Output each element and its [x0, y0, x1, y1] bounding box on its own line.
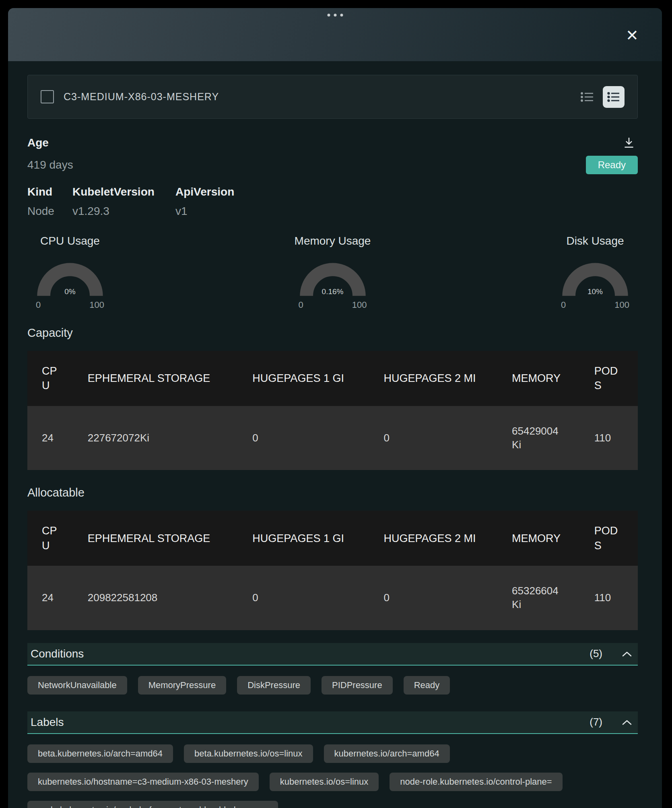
age-row: Age [27, 136, 638, 151]
label-chip: node-role.kubernetes.io/control-plane= [390, 773, 562, 791]
cpu-usage-gauge: CPU Usage 0% 0 100 [31, 235, 109, 310]
labels-title: Labels [31, 716, 64, 729]
allocatable-table: CPU EPHEMERAL STORAGE HUGEPAGES 1 GI HUG… [27, 511, 638, 630]
cell: 24 [27, 566, 73, 630]
capacity-table: CPU EPHEMERAL STORAGE HUGEPAGES 1 GI HUG… [27, 351, 638, 470]
gauge-min-label: 0 [299, 300, 303, 310]
meta-label: KubeletVersion [72, 186, 175, 198]
col-header: HUGEPAGES 1 GI [238, 511, 369, 566]
condition-chip: Ready [404, 676, 450, 695]
close-button[interactable]: ✕ [623, 27, 641, 44]
conditions-chips: NetworkUnavailable MemoryPressure DiskPr… [27, 676, 638, 695]
gauge-min-label: 0 [561, 300, 566, 310]
label-chip: kubernetes.io/hostname=c3-medium-x86-03-… [27, 773, 259, 791]
col-header: CPU [27, 511, 73, 566]
disk-usage-gauge: Disk Usage 10% 0 100 [556, 235, 635, 310]
node-title: C3-MEDIUM-X86-03-MESHERY [64, 91, 580, 103]
cell: 227672072Ki [73, 406, 238, 470]
label-chip: kubernetes.io/arch=amd64 [324, 744, 450, 763]
node-select-checkbox[interactable] [41, 90, 54, 103]
age-label: Age [27, 136, 49, 149]
cell: 0 [369, 406, 498, 470]
node-card-header: C3-MEDIUM-X86-03-MESHERY [27, 75, 638, 119]
cell: 209822581208 [73, 566, 238, 630]
view-toggle [580, 86, 625, 108]
conditions-section: Conditions (5) NetworkUnavailable Memory… [27, 643, 638, 695]
col-header: MEMORY [497, 511, 580, 566]
conditions-section-header[interactable]: Conditions (5) [27, 643, 638, 666]
gauge-min-label: 0 [36, 300, 41, 310]
condition-chip: NetworkUnavailable [27, 676, 127, 695]
gauge-title: Disk Usage [566, 235, 624, 247]
col-header: PODS [580, 511, 638, 566]
status-badge: Ready [586, 156, 638, 174]
table-header-row: CPU EPHEMERAL STORAGE HUGEPAGES 1 GI HUG… [27, 351, 638, 406]
window-menu-dots-icon[interactable] [327, 14, 343, 16]
gauge-percent-label: 10% [561, 287, 630, 296]
col-header: HUGEPAGES 1 GI [238, 351, 369, 406]
chevron-up-icon[interactable] [622, 651, 632, 657]
condition-chip: MemoryPressure [138, 676, 226, 695]
age-value: 419 days [27, 159, 73, 171]
col-header: PODS [580, 351, 638, 406]
gauge-percent-label: 0.16% [298, 287, 367, 296]
col-header: CPU [27, 351, 73, 406]
gauge-title: CPU Usage [40, 235, 100, 247]
label-chip: kubernetes.io/os=linux [270, 773, 379, 791]
usage-gauges-row: CPU Usage 0% 0 100 Memory Usage [27, 235, 638, 310]
table-header-row: CPU EPHEMERAL STORAGE HUGEPAGES 1 GI HUG… [27, 511, 638, 566]
col-header: MEMORY [497, 351, 580, 406]
age-value-row: 419 days Ready [27, 156, 638, 174]
chevron-up-icon[interactable] [622, 719, 632, 726]
table-row: 24 227672072Ki 0 0 65429004Ki 110 [27, 406, 638, 470]
close-icon: ✕ [626, 28, 639, 43]
list-view-icon [607, 91, 620, 103]
cell: 0 [238, 566, 369, 630]
labels-section: Labels (7) beta.kubernetes.io/arch=amd64… [27, 711, 638, 808]
gauge-max-label: 100 [614, 300, 629, 310]
download-icon [623, 136, 635, 149]
modal-content: C3-MEDIUM-X86-03-MESHERY [8, 75, 662, 808]
gauge-percent-label: 0% [35, 287, 105, 296]
gauge-title: Memory Usage [295, 235, 371, 247]
cell: 24 [27, 406, 73, 470]
col-header: EPHEMERAL STORAGE [73, 511, 238, 566]
table-row: 24 209822581208 0 0 65326604Ki 110 [27, 566, 638, 630]
download-button[interactable] [623, 136, 635, 151]
cell: 110 [580, 566, 638, 630]
condition-chip: PIDPressure [322, 676, 393, 695]
labels-count: (7) [590, 716, 602, 728]
allocatable-title: Allocatable [27, 486, 638, 499]
meta-kind: Kind Node [27, 186, 72, 218]
cell: 0 [369, 566, 498, 630]
node-meta-row: Kind Node KubeletVersion v1.29.3 ApiVers… [27, 186, 638, 218]
gauge-max-label: 100 [89, 300, 104, 310]
col-header: EPHEMERAL STORAGE [73, 351, 238, 406]
labels-chips: beta.kubernetes.io/arch=amd64 beta.kuber… [27, 744, 638, 808]
list-view-button[interactable] [603, 86, 625, 108]
gauge-max-label: 100 [352, 300, 367, 310]
cell: 110 [580, 406, 638, 470]
labels-section-header[interactable]: Labels (7) [27, 711, 638, 734]
label-chip: node.kubernetes.io/exclude-from-external… [27, 801, 278, 808]
label-chip: beta.kubernetes.io/arch=amd64 [27, 744, 173, 763]
meta-label: ApiVersion [175, 186, 234, 198]
capacity-title: Capacity [27, 326, 638, 340]
col-header: HUGEPAGES 2 MI [369, 511, 498, 566]
meta-api-version: ApiVersion v1 [175, 186, 234, 218]
meta-value: v1 [175, 205, 234, 218]
label-chip: beta.kubernetes.io/os=linux [184, 744, 313, 763]
conditions-title: Conditions [31, 647, 84, 660]
cell: 0 [238, 406, 369, 470]
meta-value: v1.29.3 [72, 205, 175, 218]
condition-chip: DiskPressure [237, 676, 311, 695]
cell: 65429004Ki [497, 406, 580, 470]
compact-view-icon [580, 91, 594, 103]
cell: 65326604Ki [497, 566, 580, 630]
node-detail-modal: ✕ C3-MEDIUM-X86-03-MESHERY [8, 8, 662, 808]
meta-kubelet-version: KubeletVersion v1.29.3 [72, 186, 175, 218]
modal-header: ✕ [8, 8, 662, 61]
meta-label: Kind [27, 186, 72, 198]
memory-usage-gauge: Memory Usage 0.16% 0 100 [293, 235, 372, 310]
compact-view-button[interactable] [580, 91, 594, 103]
